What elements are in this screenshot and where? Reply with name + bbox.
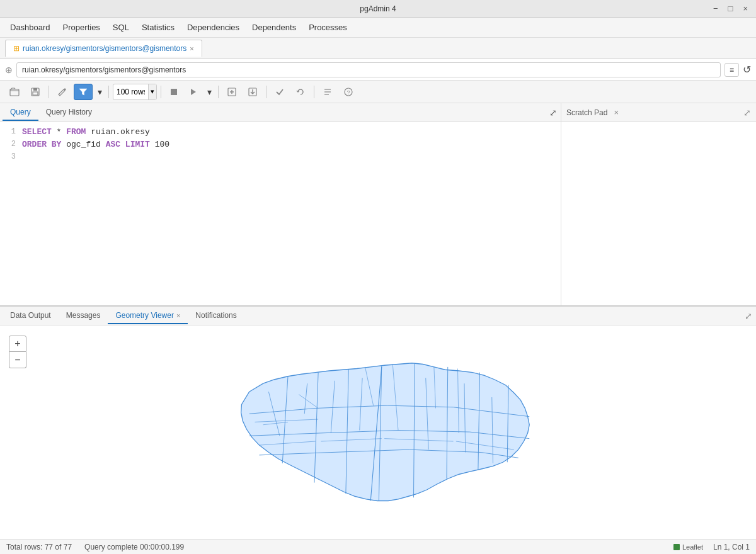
line-number-2: 2 xyxy=(0,140,22,149)
tab-query-history[interactable]: Query History xyxy=(38,105,100,121)
url-input[interactable] xyxy=(16,62,721,77)
menu-sql[interactable]: SQL xyxy=(108,20,134,35)
menubar: Dashboard Properties SQL Statistics Depe… xyxy=(0,18,756,38)
pencil-icon xyxy=(57,87,67,97)
bottom-expand-button[interactable]: ⤢ xyxy=(745,311,752,321)
editor-content[interactable]: 1 SELECT * FROM ruian.okresy 2 ORDER BY … xyxy=(0,122,561,305)
rows-selector: ▾ xyxy=(113,84,157,100)
menu-dashboard[interactable]: Dashboard xyxy=(5,20,55,35)
tab-query[interactable]: Query xyxy=(3,105,38,121)
refresh-button[interactable]: ↺ xyxy=(743,64,751,76)
menu-processes[interactable]: Processes xyxy=(304,20,352,35)
commit-icon xyxy=(275,87,285,97)
scratch-pane: Scratch Pad × ⤢ xyxy=(561,103,756,305)
line-code-2: ORDER BY ogc_fid ASC LIMIT 100 xyxy=(22,140,169,149)
titlebar-title: pgAdmin 4 xyxy=(360,4,396,13)
titlebar-controls: − □ × xyxy=(710,3,751,14)
statusbar: Total rows: 77 of 77 Query complete 00:0… xyxy=(0,539,756,554)
open-file-button[interactable] xyxy=(5,84,24,100)
scratch-content[interactable] xyxy=(561,122,756,305)
toolbar-separator-3 xyxy=(161,86,161,98)
object-tab-close[interactable]: × xyxy=(190,45,193,52)
scratch-close-button[interactable]: × xyxy=(614,108,619,117)
close-window-button[interactable]: × xyxy=(740,3,751,14)
line-number-1: 1 xyxy=(0,127,22,136)
query-area: Query Query History ⤢ 1 SELECT * FROM ru… xyxy=(0,103,756,306)
help-button[interactable]: ? xyxy=(339,84,358,100)
leaflet-dot xyxy=(673,544,680,550)
play-icon xyxy=(189,88,198,96)
object-tab-label: ruian.okresy/gismentors/gismentors@gisme… xyxy=(23,44,186,53)
editor-expand-button[interactable]: ⤢ xyxy=(549,108,557,118)
map-container: + − xyxy=(0,325,756,539)
geometry-map xyxy=(146,331,650,540)
total-rows-status: Total rows: 77 of 77 xyxy=(6,543,72,551)
save-data-icon xyxy=(227,87,237,97)
rows-input[interactable] xyxy=(113,88,148,96)
rows-dropdown[interactable]: ▾ xyxy=(148,84,156,99)
zoom-in-button[interactable]: + xyxy=(9,336,26,352)
object-tab[interactable]: ⊞ ruian.okresy/gismentors/gismentors@gis… xyxy=(5,40,202,57)
tab-notifications[interactable]: Notifications xyxy=(188,308,244,324)
macros-button[interactable] xyxy=(318,84,337,100)
geometry-viewer-tab-close[interactable]: × xyxy=(176,312,180,319)
code-line-3: 3 xyxy=(0,152,561,165)
editor-pane: Query Query History ⤢ 1 SELECT * FROM ru… xyxy=(0,103,561,305)
cursor-position: Ln 1, Col 1 xyxy=(713,543,750,551)
save-button[interactable] xyxy=(26,84,45,100)
leaflet-badge: Leaflet xyxy=(673,543,703,551)
object-tabbar: ⊞ ruian.okresy/gismentors/gismentors@gis… xyxy=(0,38,756,59)
menu-dependents[interactable]: Dependents xyxy=(247,20,301,35)
scratch-expand-button[interactable]: ⤢ xyxy=(743,108,751,118)
scratch-header: Scratch Pad × ⤢ xyxy=(561,103,756,122)
bottom-content: + − xyxy=(0,325,756,539)
menu-properties[interactable]: Properties xyxy=(58,20,105,35)
scratch-title: Scratch Pad xyxy=(566,108,607,117)
tab-data-output[interactable]: Data Output xyxy=(3,308,59,324)
folder-icon xyxy=(9,87,20,97)
download-icon xyxy=(248,87,258,97)
toolbar: ▾ ▾ ▾ ? xyxy=(0,81,756,103)
maximize-button[interactable]: □ xyxy=(725,3,736,14)
menu-statistics[interactable]: Statistics xyxy=(137,20,180,35)
run-button[interactable] xyxy=(185,84,202,100)
run-caret-button[interactable]: ▾ xyxy=(204,84,214,100)
svg-text:?: ? xyxy=(346,89,350,96)
table-icon: ⊞ xyxy=(13,44,20,53)
rollback-icon xyxy=(295,87,306,97)
svg-rect-3 xyxy=(33,92,38,95)
titlebar: pgAdmin 4 − □ × xyxy=(0,0,756,18)
editor-tabs: Query Query History ⤢ xyxy=(0,103,561,122)
code-line-1: 1 SELECT * FROM ruian.okresy xyxy=(0,127,561,140)
line-code-1: SELECT * FROM ruian.okresy xyxy=(22,127,150,137)
url-action-button[interactable]: ≡ xyxy=(724,63,739,77)
commit-button[interactable] xyxy=(270,84,289,100)
czech-republic-geometry xyxy=(241,363,530,500)
stop-icon xyxy=(169,88,178,96)
filter-caret-button[interactable]: ▾ xyxy=(94,84,105,100)
bottom-tabs: Data Output Messages Geometry Viewer × N… xyxy=(0,307,756,325)
save-data-button[interactable] xyxy=(222,84,241,100)
urlbar: ⊕ ≡ ↺ xyxy=(0,59,756,81)
list-icon xyxy=(323,87,333,97)
minimize-button[interactable]: − xyxy=(710,3,721,14)
url-icon: ⊕ xyxy=(5,65,13,75)
download-button[interactable] xyxy=(243,84,262,100)
zoom-out-button[interactable]: − xyxy=(9,352,26,368)
stop-button[interactable] xyxy=(165,84,183,100)
leaflet-label: Leaflet xyxy=(682,543,703,551)
tab-messages[interactable]: Messages xyxy=(59,308,108,324)
svg-rect-2 xyxy=(33,88,37,91)
filter-button[interactable] xyxy=(74,84,93,100)
bottom-panel: Data Output Messages Geometry Viewer × N… xyxy=(0,306,756,539)
zoom-controls: + − xyxy=(9,336,26,368)
toolbar-separator-6 xyxy=(314,86,314,98)
statusbar-right: Leaflet Ln 1, Col 1 xyxy=(673,543,750,551)
toolbar-separator-5 xyxy=(266,86,266,98)
line-number-3: 3 xyxy=(0,152,22,161)
toolbar-separator-4 xyxy=(218,86,219,98)
edit-button[interactable] xyxy=(53,84,72,100)
rollback-button[interactable] xyxy=(291,84,310,100)
tab-geometry-viewer[interactable]: Geometry Viewer × xyxy=(108,308,188,324)
menu-dependencies[interactable]: Dependencies xyxy=(182,20,244,35)
